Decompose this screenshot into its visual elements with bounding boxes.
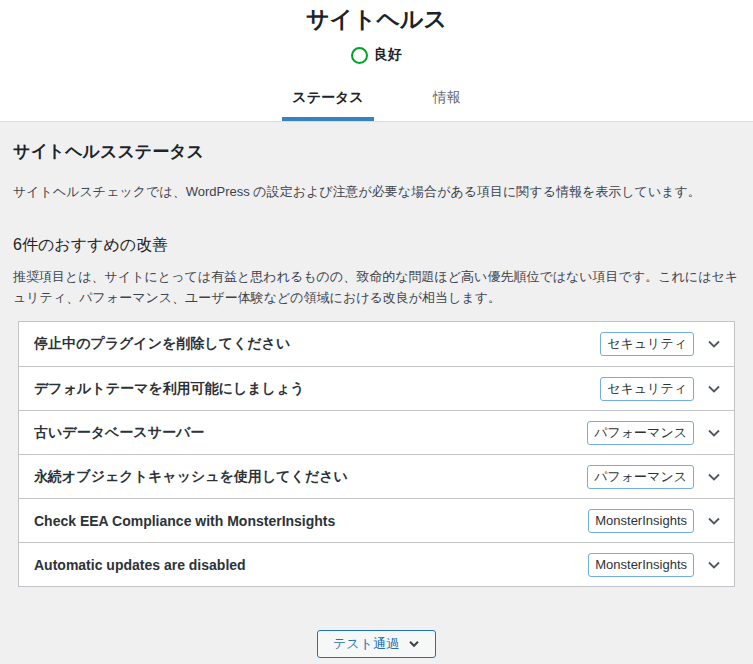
chevron-down-icon [706,381,722,397]
passed-tests-section: テスト通過 [13,630,740,658]
chevron-down-icon [706,336,722,352]
chevron-down-icon [706,425,722,441]
status-section-title: サイトヘルスステータス [13,141,740,162]
passed-tests-label: テスト通過 [333,635,399,653]
recommended-improvements-description: 推奨項目とは、サイトにとっては有益と思われるものの、致命的な問題ほど高い優先順位… [13,266,740,308]
chevron-down-icon [706,513,722,529]
issue-row-automatic-updates-disabled[interactable]: Automatic updates are disabled MonsterIn… [19,542,734,586]
status-section-description: サイトヘルスチェックでは、WordPress の設定および注意が必要な場合がある… [13,182,740,202]
site-health-page: サイトヘルス 良好 ステータス 情報 サイトヘルスステータス サイトヘルスチェッ… [0,0,753,664]
site-health-body: サイトヘルスステータス サイトヘルスチェックでは、WordPress の設定およ… [0,141,753,658]
issue-badge: セキュリティ [600,377,694,401]
issue-row-old-database-server[interactable]: 古いデータベースサーバー パフォーマンス [19,410,734,454]
health-status-label: 良好 [374,46,402,64]
issue-row-persistent-object-cache[interactable]: 永続オブジェクトキャッシュを使用してください パフォーマンス [19,454,734,498]
passed-tests-button[interactable]: テスト通過 [317,630,436,658]
issue-row-inactive-plugins[interactable]: 停止中のプラグインを削除してください セキュリティ [19,322,734,366]
chevron-down-icon [706,557,722,573]
tab-status[interactable]: ステータス [282,90,373,121]
page-title: サイトヘルス [0,5,753,33]
issue-row-eea-compliance[interactable]: Check EEA Compliance with MonsterInsight… [19,498,734,542]
chevron-down-icon [408,638,420,650]
issue-title: Check EEA Compliance with MonsterInsight… [34,513,588,529]
issue-title: 停止中のプラグインを削除してください [34,335,600,353]
issue-badge: セキュリティ [600,332,694,356]
issue-badge: MonsterInsights [588,509,694,533]
site-health-tabs: ステータス 情報 [0,90,753,121]
issue-badge: パフォーマンス [587,465,694,489]
health-progress-circle-icon [351,47,368,64]
chevron-down-icon [706,469,722,485]
issue-title: Automatic updates are disabled [34,557,588,573]
issues-accordion: 停止中のプラグインを削除してください セキュリティ デフォルトテーマを利用可能に… [18,321,735,587]
issue-title: 古いデータベースサーバー [34,424,587,442]
issue-row-default-theme[interactable]: デフォルトテーマを利用可能にしましょう セキュリティ [19,366,734,410]
health-status: 良好 [0,46,753,64]
issue-title: デフォルトテーマを利用可能にしましょう [34,380,600,398]
issue-title: 永続オブジェクトキャッシュを使用してください [34,468,587,486]
site-health-header: サイトヘルス 良好 ステータス 情報 [0,0,753,122]
issue-badge: パフォーマンス [587,421,694,445]
recommended-improvements-title: 6件のおすすめの改善 [13,235,740,254]
tab-info[interactable]: 情報 [423,90,471,121]
issue-badge: MonsterInsights [588,553,694,577]
